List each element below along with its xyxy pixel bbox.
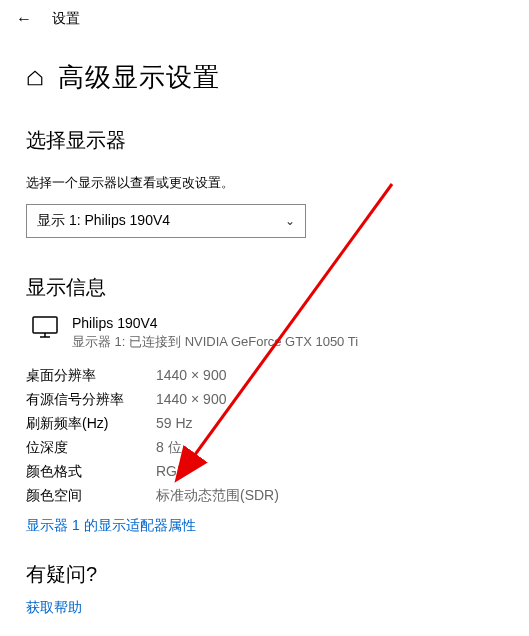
window-header: ← 设置 [0,0,529,38]
select-display-heading: 选择显示器 [26,127,503,154]
header-title: 设置 [52,10,80,28]
prop-color-format-value: RGB [156,463,503,481]
monitor-name: Philips 190V4 [72,315,358,331]
display-dropdown-value: 显示 1: Philips 190V4 [37,212,170,230]
monitor-connection: 显示器 1: 已连接到 NVIDIA GeForce GTX 1050 Ti [72,333,358,351]
page-title: 高级显示设置 [58,60,220,95]
select-display-instruction: 选择一个显示器以查看或更改设置。 [26,174,503,192]
help-heading: 有疑问? [26,561,503,588]
monitor-summary: Philips 190V4 显示器 1: 已连接到 NVIDIA GeForce… [26,315,503,351]
svg-rect-0 [33,317,57,333]
prop-bit-depth-value: 8 位 [156,439,503,457]
prop-desktop-res-value: 1440 × 900 [156,367,503,385]
get-help-link[interactable]: 获取帮助 [26,599,82,615]
display-info-heading: 显示信息 [26,274,503,301]
adapter-properties-link[interactable]: 显示器 1 的显示适配器属性 [26,517,196,535]
page-title-row: 高级显示设置 [26,60,503,95]
prop-color-space-value: 标准动态范围(SDR) [156,487,503,505]
chevron-down-icon: ⌄ [285,214,295,228]
display-dropdown[interactable]: 显示 1: Philips 190V4 ⌄ [26,204,306,238]
monitor-icon [32,315,58,339]
display-properties: 桌面分辨率 1440 × 900 有源信号分辨率 1440 × 900 刷新频率… [26,367,503,505]
prop-refresh-value: 59 Hz [156,415,503,433]
home-icon[interactable] [26,69,44,87]
back-arrow-icon[interactable]: ← [16,10,32,28]
prop-active-res-value: 1440 × 900 [156,391,503,409]
prop-refresh-label: 刷新频率(Hz) [26,415,156,433]
prop-color-space-label: 颜色空间 [26,487,156,505]
prop-color-format-label: 颜色格式 [26,463,156,481]
prop-desktop-res-label: 桌面分辨率 [26,367,156,385]
prop-active-res-label: 有源信号分辨率 [26,391,156,409]
prop-bit-depth-label: 位深度 [26,439,156,457]
